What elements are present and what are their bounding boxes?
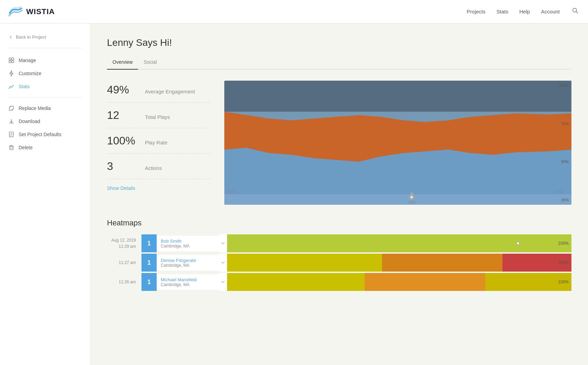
- trash-icon: [8, 144, 14, 151]
- stat-row-actions: 3 Actions: [107, 154, 210, 179]
- chart-marker: 19%: [408, 192, 416, 205]
- chart-label-50: 50%: [559, 160, 569, 164]
- total-plays-value: 12: [107, 109, 138, 122]
- heatmap-row: Aug 12, 2019 11:29 am 1 Bob Smith Cambri…: [107, 234, 571, 252]
- nav-help[interactable]: Help: [519, 9, 530, 14]
- play-rate-value: 100%: [107, 134, 138, 147]
- svg-rect-17: [224, 194, 571, 205]
- marker-drop-icon: [408, 192, 415, 200]
- chevron-down-icon: [221, 261, 225, 264]
- logo-text: WISTIA: [26, 7, 55, 16]
- chart-label-100: 100%: [559, 83, 569, 88]
- sidebar-mid-divider: [8, 97, 82, 98]
- chevron-down-icon: [221, 281, 225, 283]
- show-details-link[interactable]: Show Details: [107, 185, 135, 191]
- heatmap-bar: 100%: [227, 254, 571, 272]
- heatmap-date: Aug 12, 2019 11:29 am: [107, 237, 141, 250]
- heatmap-badge: 1: [141, 254, 157, 272]
- search-button[interactable]: [571, 6, 580, 17]
- svg-rect-4: [9, 61, 11, 63]
- heatmap-user-name[interactable]: Bob Smith: [161, 239, 215, 244]
- arrows-icon: [8, 105, 14, 111]
- heatmap-expand-button[interactable]: [219, 234, 227, 252]
- heatmap-user-name[interactable]: Denise Fitzgerald: [161, 258, 215, 263]
- search-icon: [572, 8, 578, 14]
- heatmap-user-info: Bob Smith Cambridge, MA: [157, 236, 219, 251]
- heatmaps-title: Heatmaps: [107, 219, 571, 227]
- heatmap-expand-button[interactable]: [219, 273, 227, 291]
- logo[interactable]: WISTIA: [8, 6, 55, 17]
- header-nav: Projects Stats Help Account: [467, 6, 580, 17]
- sidebar-item-set-project-defaults[interactable]: Set Project Defaults: [0, 128, 90, 141]
- sidebar-item-download[interactable]: Download: [0, 115, 90, 128]
- sidebar-item-delete[interactable]: Delete: [0, 141, 90, 154]
- tab-overview[interactable]: Overview: [107, 57, 138, 70]
- chart-label-75: 75%: [559, 122, 569, 126]
- avg-engagement-value: 49%: [107, 83, 138, 96]
- download-icon: [8, 118, 14, 124]
- heatmap-user-location: Cambridge, MA: [161, 244, 215, 249]
- chart-label-25: 25%: [559, 198, 569, 202]
- file-icon: [8, 131, 14, 138]
- heatmap-pct: 100%: [558, 280, 569, 284]
- sidebar-item-customize[interactable]: Customize: [0, 67, 90, 80]
- actions-value: 3: [107, 160, 138, 173]
- chevron-left-icon: [8, 35, 13, 40]
- heatmap-date: 11:27 am: [107, 260, 141, 266]
- wistia-logo-icon: [8, 6, 23, 17]
- heatmap-user-location: Cambridge, MA: [161, 263, 215, 268]
- back-to-project[interactable]: Back to Project: [0, 32, 90, 45]
- total-plays-label: Total Plays: [145, 114, 170, 120]
- sidebar-item-manage[interactable]: Manage: [0, 54, 90, 67]
- chart-time-labels: 0:00 0:15: [227, 190, 563, 194]
- svg-rect-6: [9, 132, 13, 137]
- chart-icon: [8, 83, 14, 90]
- lightning-icon: [8, 70, 14, 77]
- sidebar-item-replace-media[interactable]: Replace Media: [0, 102, 90, 115]
- heatmap-date: 11:26 am: [107, 279, 141, 285]
- nav-account[interactable]: Account: [541, 9, 560, 14]
- svg-rect-5: [12, 61, 14, 63]
- main-content: Lenny Says Hi! Overview Social 49% Avera…: [90, 23, 588, 365]
- svg-rect-2: [9, 58, 11, 60]
- stats-chart-section: 49% Average Engagement 12 Total Plays 10…: [107, 81, 571, 205]
- chart-time-end: 0:15: [556, 190, 563, 194]
- heatmap-row: 11:26 am 1 Michael Mansfield Cambridge, …: [107, 273, 571, 291]
- heatmap-row: 11:27 am 1 Denise Fitzgerald Cambridge, …: [107, 254, 571, 272]
- grid-icon: [8, 57, 14, 63]
- heatmap-badge: 1: [141, 234, 157, 252]
- heatmap-user-info: Denise Fitzgerald Cambridge, MA: [157, 255, 219, 271]
- heatmap-bar: 100%: [227, 273, 571, 291]
- tabs: Overview Social: [107, 57, 571, 70]
- nav-projects[interactable]: Projects: [467, 9, 486, 14]
- heatmap-user-name[interactable]: Michael Mansfield: [161, 277, 215, 282]
- actions-label: Actions: [145, 165, 162, 171]
- chart-marker-pct: 19%: [408, 200, 416, 205]
- heatmap-expand-button[interactable]: [219, 254, 227, 272]
- tab-social[interactable]: Social: [138, 57, 162, 70]
- svg-rect-3: [12, 58, 14, 60]
- sidebar-top-divider: [8, 48, 82, 48]
- chart-svg: [224, 81, 571, 205]
- svg-line-1: [576, 12, 578, 13]
- heatmap-user-location: Cambridge, MA: [161, 282, 215, 287]
- svg-rect-16: [224, 81, 571, 112]
- sidebar-item-stats[interactable]: Stats: [0, 80, 90, 93]
- heatmaps-section: Heatmaps Aug 12, 2019 11:29 am 1 Bob Smi…: [107, 219, 571, 291]
- chart-time-start: 0:00: [227, 190, 234, 194]
- stats-panel: 49% Average Engagement 12 Total Plays 10…: [107, 81, 210, 191]
- nav-stats[interactable]: Stats: [497, 9, 508, 14]
- layout: Back to Project Manage Customize Stats: [0, 23, 588, 365]
- engagement-chart: 100% 75% 50% 25% 0:00 0:15 19%: [224, 81, 571, 205]
- sidebar: Back to Project Manage Customize Stats: [0, 23, 90, 365]
- avg-engagement-label: Average Engagement: [145, 89, 195, 94]
- heatmap-pct: 100%: [558, 241, 569, 246]
- heatmap-bar: 100%: [227, 234, 571, 252]
- heatmap-dot: [516, 242, 520, 245]
- play-rate-label: Play Rate: [145, 140, 167, 145]
- heatmap-badge: 1: [141, 273, 157, 291]
- svg-rect-10: [10, 146, 13, 150]
- stat-row-play-rate: 100% Play Rate: [107, 128, 210, 154]
- heatmap-pct: 100%: [558, 260, 569, 265]
- chart-labels: 100% 75% 50% 25%: [559, 81, 569, 205]
